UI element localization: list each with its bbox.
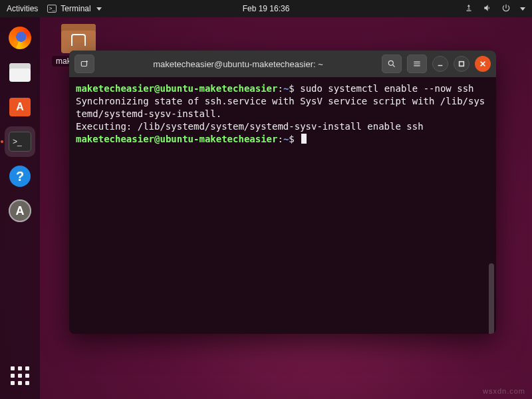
close-button[interactable] [475,56,491,72]
dock-files[interactable] [5,57,35,88]
dock-software[interactable] [5,92,35,122]
svg-rect-7 [460,62,464,66]
minimize-button[interactable] [432,56,448,72]
window-titlebar[interactable]: maketecheasier@ubuntu-maketecheasier: ~ [69,51,496,77]
search-icon [387,59,396,68]
search-button[interactable] [382,55,402,73]
software-store-icon [9,98,31,116]
home-folder-icon [61,24,96,53]
svg-point-1 [388,61,393,65]
clock[interactable]: Feb 19 16:36 [243,4,290,13]
cursor [301,134,307,144]
new-tab-button[interactable] [74,55,94,73]
svg-rect-0 [81,62,86,66]
watermark: wsxdn.com [483,387,525,395]
activities-button[interactable]: Activities [7,4,38,13]
app-indicator-label: Terminal [61,4,90,13]
new-tab-icon [80,59,89,68]
scrollbar[interactable] [489,263,494,334]
window-title: maketecheasier@ubuntu-maketecheasier: ~ [100,59,376,69]
hamburger-menu-button[interactable] [407,55,427,73]
system-menu-chevron-icon[interactable] [520,7,525,11]
prompt-host: ubuntu-maketecheasier [160,83,277,94]
maximize-button[interactable] [454,56,469,72]
command-1: sudo systemctl enable --now ssh [300,83,473,94]
maximize-icon [458,61,465,67]
dock-help[interactable]: ? [5,161,35,192]
volume-icon[interactable] [483,3,492,15]
hamburger-icon [412,59,422,68]
firefox-icon [9,27,31,49]
dock: >_ ? A [0,17,40,399]
dock-updater[interactable]: A [5,196,35,226]
prompt-host: ubuntu-maketecheasier [160,134,277,144]
prompt-user: maketecheasier [76,134,154,144]
prompt-symbol: $ [289,83,294,94]
prompt-colon: : [277,134,283,144]
prompt-colon: : [277,83,283,94]
network-icon[interactable] [464,3,473,15]
files-icon [9,63,31,82]
output-2: Executing: /lib/systemd/system/systemd-s… [76,121,424,132]
top-bar: Activities >_ Terminal Feb 19 16:36 [0,0,532,17]
terminal-window: maketecheasier@ubuntu-maketecheasier: ~ … [69,51,496,334]
chevron-down-icon [96,7,102,11]
prompt-symbol: $ [289,134,294,144]
terminal-icon: >_ [9,132,31,152]
svg-line-2 [393,65,395,67]
terminal-icon: >_ [47,5,57,13]
output-1: Synchronizing state of ssh.service with … [76,96,485,119]
prompt-user: maketecheasier [76,83,154,94]
software-updater-icon: A [9,200,31,222]
close-icon [479,61,486,67]
dock-firefox[interactable] [5,23,35,53]
help-icon: ? [9,166,31,187]
terminal-body[interactable]: maketecheasier@ubuntu-maketecheasier:~$ … [69,77,496,334]
dock-terminal[interactable]: >_ [5,126,35,157]
show-applications-button[interactable] [5,360,35,391]
minimize-icon [437,61,444,67]
power-icon[interactable] [501,3,511,15]
app-indicator[interactable]: >_ Terminal [47,4,101,13]
